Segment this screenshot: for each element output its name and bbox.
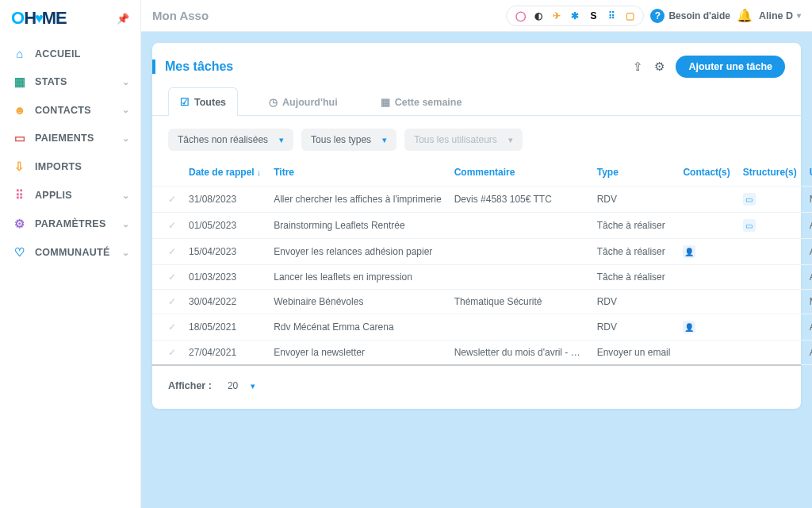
filter-user-label: Tous les utilisateurs bbox=[414, 134, 497, 145]
export-icon[interactable]: ⇪ bbox=[633, 60, 643, 74]
cell-title: Aller chercher les affiches à l'imprimer… bbox=[267, 187, 447, 213]
chevron-down-icon: ⌄ bbox=[122, 248, 129, 258]
page-size-label: Afficher : bbox=[168, 380, 212, 391]
ic-contacts-icon: ☻ bbox=[11, 103, 29, 117]
integration-icon-6[interactable]: ⠿ bbox=[604, 9, 619, 23]
sidebar-item-label: STATS bbox=[35, 76, 67, 87]
sidebar-item-paramètres[interactable]: ⚙ PARAMÈTRES ⌄ bbox=[0, 210, 140, 238]
col-type[interactable]: Type bbox=[591, 159, 677, 187]
row-check[interactable]: ✓ bbox=[152, 239, 182, 265]
sidebar-item-label: ACCUEIL bbox=[35, 48, 81, 60]
gear-icon[interactable]: ⚙ bbox=[654, 60, 665, 74]
help-button[interactable]: ? Besoin d'aide bbox=[650, 9, 730, 23]
card-header: Mes tâches ⇪ ⚙ Ajouter une tâche bbox=[152, 43, 801, 78]
cell-title: Envoyer la newsletter bbox=[267, 341, 447, 365]
add-task-button[interactable]: Ajouter une tâche bbox=[676, 56, 785, 78]
sidebar-item-applis[interactable]: ⠿ APPLIS ⌄ bbox=[0, 181, 140, 210]
cell-users: Aline D bbox=[803, 341, 812, 365]
sidebar-item-accueil[interactable]: ⌂ ACCUEIL bbox=[0, 40, 140, 67]
filters-row: Tâches non réalisées ▾ Tous les types ▾ … bbox=[152, 116, 801, 159]
table-row[interactable]: ✓ 18/05/2021 Rdv Mécénat Emma Carena RDV… bbox=[152, 314, 812, 341]
cell-structure: ▭ bbox=[737, 213, 803, 239]
cell-type: RDV bbox=[591, 314, 677, 341]
filter-type[interactable]: Tous les types ▾ bbox=[301, 129, 396, 151]
cell-type: Tâche à réaliser bbox=[591, 213, 677, 239]
table-row[interactable]: ✓ 30/04/2022 Webinaire Bénévoles Thémati… bbox=[152, 290, 812, 314]
cell-structure bbox=[737, 341, 803, 365]
col-contacts[interactable]: Contact(s) bbox=[676, 159, 736, 187]
col-structures[interactable]: Structure(s) bbox=[737, 159, 803, 187]
tasks-card: Mes tâches ⇪ ⚙ Ajouter une tâche ☑ Toute… bbox=[152, 43, 801, 409]
sidebar-item-imports[interactable]: ⇩ IMPORTS bbox=[0, 152, 140, 181]
sidebar-item-label: IMPORTS bbox=[35, 161, 82, 172]
row-check[interactable]: ✓ bbox=[152, 341, 182, 365]
table-row[interactable]: ✓ 01/03/2023 Lancer les leaflets en impr… bbox=[152, 265, 812, 290]
chevron-down-icon: ⌄ bbox=[122, 105, 129, 115]
pin-icon[interactable]: 📌 bbox=[117, 13, 129, 25]
chevron-down-icon: ⌄ bbox=[122, 133, 129, 144]
cell-title: Lancer les leaflets en impression bbox=[267, 265, 447, 290]
cell-contact bbox=[676, 213, 736, 239]
ic-apps-icon: ⠿ bbox=[11, 188, 29, 202]
row-check[interactable]: ✓ bbox=[152, 290, 182, 314]
col-date[interactable]: Date de rappel↓ bbox=[182, 159, 267, 187]
row-check[interactable]: ✓ bbox=[152, 187, 182, 213]
bell-icon[interactable]: 🔔 bbox=[737, 8, 753, 23]
integration-icon-5[interactable]: S bbox=[586, 9, 600, 23]
col-comment[interactable]: Commentaire bbox=[448, 159, 591, 187]
ic-comm-icon: ♡ bbox=[11, 245, 29, 260]
sidebar-item-label: APPLIS bbox=[35, 190, 72, 201]
contact-icon[interactable]: 👤 bbox=[683, 321, 695, 333]
sidebar-item-stats[interactable]: ▦ STATS ⌄ bbox=[0, 67, 140, 96]
tab-toutes[interactable]: ☑ Toutes bbox=[168, 87, 238, 116]
cell-users: Mathilde H. bbox=[803, 187, 812, 213]
structure-icon[interactable]: ▭ bbox=[743, 193, 756, 206]
row-check[interactable]: ✓ bbox=[152, 213, 182, 239]
table-row[interactable]: ✓ 31/08/2023 Aller chercher les affiches… bbox=[152, 187, 812, 213]
row-check[interactable]: ✓ bbox=[152, 314, 182, 341]
tab-aujourd-hui[interactable]: ◷ Aujourd'hui bbox=[257, 87, 350, 116]
nav: ⌂ ACCUEIL ▦ STATS ⌄☻ CONTACTS ⌄▭ PAIEMEN… bbox=[0, 40, 140, 267]
structure-icon[interactable]: ▭ bbox=[743, 219, 756, 232]
ic-pay-icon: ▭ bbox=[11, 131, 29, 145]
cell-contact bbox=[676, 265, 736, 290]
filter-status[interactable]: Tâches non réalisées ▾ bbox=[168, 129, 293, 151]
integration-icon-7[interactable]: ▢ bbox=[622, 9, 637, 23]
integration-icon-4[interactable]: ✱ bbox=[568, 9, 582, 23]
col-users[interactable]: Utilisateur(s) bbox=[803, 159, 812, 187]
user-name: Aline D bbox=[759, 10, 793, 21]
integration-icon-3[interactable]: ✈ bbox=[550, 9, 564, 23]
sidebar-item-label: PAIEMENTS bbox=[35, 133, 94, 144]
integration-icon-2[interactable]: ◐ bbox=[531, 9, 546, 23]
chevron-down-icon: ▾ bbox=[797, 11, 801, 20]
chevron-down-icon: ▾ bbox=[251, 381, 255, 391]
logo-row: OH♥ME 📌 bbox=[0, 0, 140, 40]
cell-users: Aline D bbox=[803, 314, 812, 341]
cell-structure: ▭ bbox=[737, 187, 803, 213]
table-row[interactable]: ✓ 27/04/2021 Envoyer la newsletter Newsl… bbox=[152, 341, 812, 365]
filter-user[interactable]: Tous les utilisateurs ▾ bbox=[404, 129, 523, 151]
col-title[interactable]: Titre bbox=[267, 159, 447, 187]
sidebar-item-communauté[interactable]: ♡ COMMUNAUTÉ ⌄ bbox=[0, 238, 140, 267]
row-check[interactable]: ✓ bbox=[152, 265, 182, 290]
page-size-select[interactable]: 20 ▾ bbox=[220, 377, 263, 394]
card-footer: Afficher : 20 ▾ bbox=[152, 364, 801, 409]
cell-structure bbox=[737, 265, 803, 290]
cell-date: 30/04/2022 bbox=[182, 290, 267, 314]
ic-stats-icon: ▦ bbox=[11, 75, 29, 89]
table-row[interactable]: ✓ 01/05/2023 Brainstorming Leaflets Rent… bbox=[152, 213, 812, 239]
table-row[interactable]: ✓ 15/04/2023 Envoyer les relances adhési… bbox=[152, 239, 812, 265]
cell-comment bbox=[448, 265, 591, 290]
integration-icon-1[interactable]: ◯ bbox=[513, 9, 527, 23]
tab-cette-semaine[interactable]: ▦ Cette semaine bbox=[369, 87, 474, 116]
contact-icon[interactable]: 👤 bbox=[683, 245, 695, 258]
cell-contact bbox=[676, 290, 736, 314]
ic-import-icon: ⇩ bbox=[11, 160, 29, 174]
tab-label: Cette semaine bbox=[395, 97, 462, 108]
cell-date: 27/04/2021 bbox=[182, 341, 267, 365]
user-menu[interactable]: Aline D ▾ bbox=[759, 10, 801, 21]
sidebar-item-contacts[interactable]: ☻ CONTACTS ⌄ bbox=[0, 96, 140, 124]
cell-date: 18/05/2021 bbox=[182, 314, 267, 341]
cell-title: Rdv Mécénat Emma Carena bbox=[267, 314, 447, 341]
sidebar-item-paiements[interactable]: ▭ PAIEMENTS ⌄ bbox=[0, 124, 140, 152]
